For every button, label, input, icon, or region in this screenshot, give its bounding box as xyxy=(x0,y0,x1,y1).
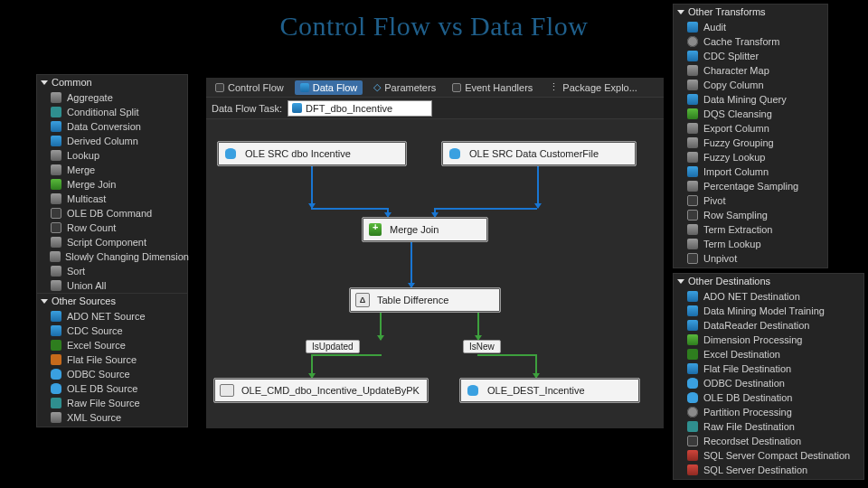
toolbox-item[interactable]: Slowly Changing Dimension xyxy=(37,249,187,264)
toolbox-item[interactable]: Flat File Source xyxy=(37,352,187,367)
connector[interactable] xyxy=(434,208,436,217)
toolbox-item[interactable]: Audit xyxy=(674,20,827,34)
toolbox-item[interactable]: ODBC Source xyxy=(37,367,187,381)
slowly-changing-dimension-icon xyxy=(50,250,61,263)
toolbox-item[interactable]: XML Source xyxy=(37,410,187,425)
ole-db-source-icon xyxy=(50,382,62,395)
node-ole-src-incentive[interactable]: OLE SRC dbo Incentive xyxy=(217,141,407,166)
panel-header-other-destinations[interactable]: Other Destinations xyxy=(674,274,863,288)
toolbox-item[interactable]: Multicast xyxy=(37,192,187,206)
caret-down-icon xyxy=(41,299,48,304)
toolbox-item[interactable]: Unpivot xyxy=(674,251,827,266)
node-ole-cmd-update[interactable]: OLE_CMD_dbo_Incentive_UpdateByPK xyxy=(213,378,429,403)
toolbox-item[interactable]: Lookup xyxy=(37,148,187,163)
toolbox-item[interactable]: Recordset Destination xyxy=(674,434,863,448)
toolbox-item-label: ADO NET Destination xyxy=(703,290,800,303)
connector[interactable] xyxy=(387,208,389,217)
toolbox-item[interactable]: Excel Source xyxy=(37,338,187,352)
toolbox-item[interactable]: Merge Join xyxy=(37,177,187,192)
toolbox-item[interactable]: CDC Splitter xyxy=(674,49,827,63)
toolbox-item[interactable]: ADO NET Source xyxy=(37,309,187,324)
panel-header-other-sources[interactable]: Other Sources xyxy=(37,294,187,308)
design-canvas[interactable]: OLE SRC dbo Incentive OLE SRC Data Custo… xyxy=(206,119,664,428)
tab-parameters[interactable]: ◇ Parameters xyxy=(368,80,441,95)
connector[interactable] xyxy=(535,354,537,378)
connector[interactable] xyxy=(477,313,479,340)
cache-transform-icon xyxy=(686,35,699,48)
task-selector[interactable]: DFT_dbo_Incentive xyxy=(288,100,432,117)
recordset-destination-icon xyxy=(686,435,699,447)
toolbox-item[interactable]: Copy Column xyxy=(674,78,827,92)
toolbox-item[interactable]: Raw File Source xyxy=(37,396,187,410)
connector[interactable] xyxy=(537,166,539,208)
toolbox-item[interactable]: Excel Destination xyxy=(674,347,863,361)
toolbox-item[interactable]: Partition Processing xyxy=(674,405,863,419)
toolbox-item[interactable]: Conditional Split xyxy=(37,105,187,119)
tab-event-handlers[interactable]: Event Handlers xyxy=(447,80,538,95)
toolbox-item[interactable]: Aggregate xyxy=(37,90,187,105)
toolbox-item[interactable]: Term Extraction xyxy=(674,222,827,237)
connector[interactable] xyxy=(477,354,537,356)
toolbox-item[interactable]: Script Component xyxy=(37,235,187,249)
connector[interactable] xyxy=(311,354,313,378)
node-merge-join[interactable]: + Merge Join xyxy=(362,217,488,242)
toolbox-item-label: Script Component xyxy=(67,236,146,249)
node-table-difference[interactable]: Δ Table Difference xyxy=(349,287,501,313)
toolbox-item[interactable]: ODBC Destination xyxy=(674,376,863,390)
toolbox-item[interactable]: Dimension Processing xyxy=(674,333,863,347)
toolbox-item[interactable]: OLE DB Destination xyxy=(674,390,863,405)
toolbox-item[interactable]: Flat File Destination xyxy=(674,361,863,376)
path-label-isnew[interactable]: IsNew xyxy=(463,340,501,353)
node-ole-dest-incentive[interactable]: OLE_DEST_Incentive xyxy=(459,378,640,403)
node-ole-src-customerfile[interactable]: OLE SRC Data CustomerFile xyxy=(441,141,637,166)
toolbox-item[interactable]: Term Lookup xyxy=(674,237,827,251)
toolbox-item[interactable]: Derived Column xyxy=(37,134,187,148)
toolbox-item[interactable]: OLE DB Command xyxy=(37,206,187,221)
toolbox-item[interactable]: Character Map xyxy=(674,63,827,78)
toolbox-item[interactable]: SQL Server Compact Destination xyxy=(674,448,863,463)
toolbox-item[interactable]: Union All xyxy=(37,278,187,293)
toolbox-item[interactable]: Fuzzy Lookup xyxy=(674,150,827,164)
toolbox-item[interactable]: Fuzzy Grouping xyxy=(674,136,827,150)
toolbox-item[interactable]: Row Count xyxy=(37,221,187,235)
toolbox-item[interactable]: ADO NET Destination xyxy=(674,289,863,304)
toolbox-item[interactable]: Data Mining Model Training xyxy=(674,304,863,318)
toolbox-item[interactable]: DataReader Destination xyxy=(674,318,863,333)
toolbox-item[interactable]: Row Sampling xyxy=(674,208,827,222)
tab-data-flow[interactable]: Data Flow xyxy=(295,80,363,95)
toolbox-item-label: ADO NET Source xyxy=(67,310,146,323)
tab-control-flow[interactable]: Control Flow xyxy=(210,80,289,95)
event-handlers-icon xyxy=(452,83,461,92)
toolbox-item[interactable]: Data Conversion xyxy=(37,119,187,134)
connector[interactable] xyxy=(311,354,382,356)
toolbox-item[interactable]: OLE DB Source xyxy=(37,381,187,396)
node-label: OLE SRC dbo Incentive xyxy=(245,148,351,159)
panel-header-other-transforms[interactable]: Other Transforms xyxy=(674,5,827,19)
connector[interactable] xyxy=(380,313,382,340)
toolbox-item[interactable]: Export Column xyxy=(674,121,827,136)
toolbox-item[interactable]: Import Column xyxy=(674,164,827,179)
toolbox-panel-other-sources: Other Sources ADO NET SourceCDC SourceEx… xyxy=(36,293,188,427)
toolbox-item[interactable]: Cache Transform xyxy=(674,34,827,49)
toolbox-item[interactable]: Pivot xyxy=(674,193,827,208)
toolbox-item[interactable]: SQL Server Destination xyxy=(674,463,863,477)
node-label: OLE SRC Data CustomerFile xyxy=(469,148,599,159)
toolbox-item[interactable]: Data Mining Query xyxy=(674,92,827,107)
toolbox-item[interactable]: Percentage Sampling xyxy=(674,179,827,193)
toolbox-item[interactable]: CDC Source xyxy=(37,324,187,338)
connector[interactable] xyxy=(311,166,313,208)
toolbox-item[interactable]: DQS Cleansing xyxy=(674,107,827,121)
toolbox-item[interactable]: Sort xyxy=(37,264,187,278)
toolbox-item-label: Merge xyxy=(67,164,95,176)
toolbox-item-label: Flat File Destination xyxy=(703,362,791,375)
toolbox-item[interactable]: Merge xyxy=(37,163,187,177)
connector[interactable] xyxy=(311,208,389,210)
toolbox-item[interactable]: Raw File Destination xyxy=(674,419,863,434)
tab-package-explorer[interactable]: ⋮ Package Explo... xyxy=(543,80,643,95)
toolbox-item-label: Sort xyxy=(67,265,85,277)
path-label-isupdated[interactable]: IsUpdated xyxy=(306,340,360,353)
connector[interactable] xyxy=(434,208,537,210)
connector[interactable] xyxy=(410,242,412,287)
toolbox-item-label: Excel Destination xyxy=(703,348,780,361)
panel-header-common[interactable]: Common xyxy=(37,75,187,89)
